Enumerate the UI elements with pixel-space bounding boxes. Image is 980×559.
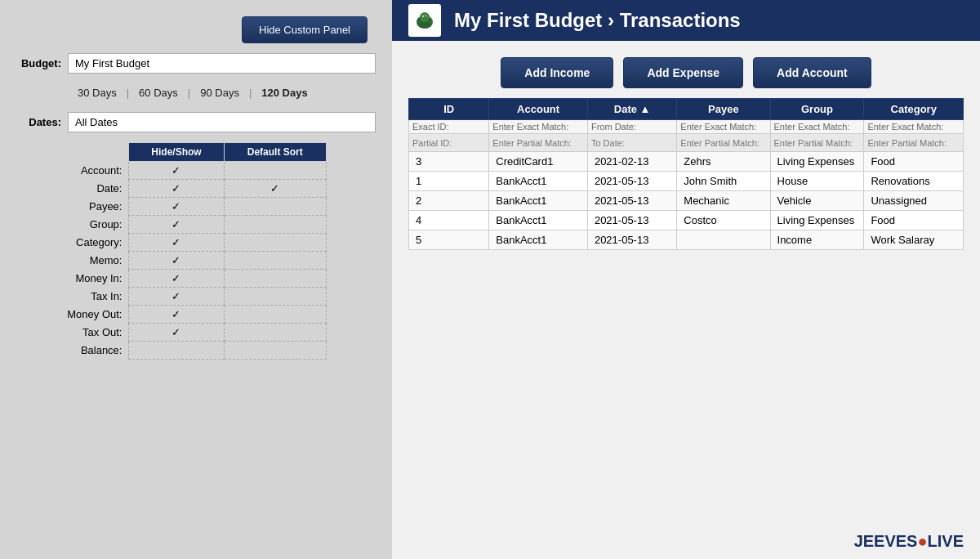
default-sort-check-6[interactable] [224,270,326,288]
col-header-0[interactable]: ID [409,99,489,120]
app-logo [408,4,441,37]
exact-filter-0: Exact ID: [409,120,489,134]
column-label-9: Tax Out: [33,324,129,342]
columns-settings-table: Hide/Show Default Sort Account:✓Date:✓✓P… [33,142,327,360]
120-days-button[interactable]: 120 Days [252,83,317,102]
default-sort-header: Default Sort [224,143,326,162]
add-income-button[interactable]: Add Income [501,57,613,88]
partial-filter-0[interactable] [409,134,489,152]
cell-4-id: 5 [409,230,489,250]
cell-2-payee: Mechanic [677,191,770,211]
transactions-table: IDAccountDate ▲PayeeGroupCategory Exact … [408,98,964,250]
hide-show-header: Hide/Show [129,143,224,162]
partial-filter-5[interactable] [864,134,964,152]
hide-show-check-2[interactable]: ✓ [129,198,224,216]
cell-0-payee: Zehrs [677,152,770,172]
cell-2-category: Unassigned [864,191,964,211]
default-sort-check-5[interactable] [224,252,326,270]
default-sort-check-9[interactable] [224,324,326,342]
days-row: 30 Days | 60 Days | 90 Days | 120 Days [68,83,376,102]
cell-4-date: 2021-05-13 [587,230,676,250]
hide-show-check-1[interactable]: ✓ [129,180,224,198]
cell-3-category: Food [864,211,964,230]
hide-show-check-10[interactable] [129,342,224,360]
column-label-2: Payee: [33,198,129,216]
svg-point-1 [420,12,430,22]
partial-filter-input-2[interactable] [591,138,673,148]
90-days-button[interactable]: 90 Days [190,83,249,102]
partial-filter-1[interactable] [489,134,588,152]
column-label-6: Money In: [33,270,129,288]
cell-3-date: 2021-05-13 [587,211,676,230]
partial-filter-input-0[interactable] [412,138,485,148]
60-days-button[interactable]: 60 Days [129,83,188,102]
hide-show-check-0[interactable]: ✓ [129,162,224,180]
partial-filter-3[interactable] [677,134,770,152]
table-row[interactable]: 1BankAcct12021-05-13John SmithHouseRenov… [409,172,964,191]
hide-show-check-8[interactable]: ✓ [129,306,224,324]
partial-filter-input-3[interactable] [680,138,766,148]
cell-1-group: House [770,172,864,191]
dates-label: Dates: [16,116,61,128]
column-label-5: Memo: [33,252,129,270]
table-row[interactable]: 5BankAcct12021-05-13IncomeWork Salaray [409,230,964,250]
cell-1-id: 1 [409,172,489,191]
exact-filter-1: Enter Exact Match: [489,120,588,134]
exact-filter-5: Enter Exact Match: [864,120,964,134]
hide-show-check-9[interactable]: ✓ [129,324,224,342]
col-header-3[interactable]: Payee [677,99,770,120]
table-row[interactable]: 3CreditCard12021-02-13ZehrsLiving Expens… [409,152,964,172]
dates-input[interactable] [68,112,376,132]
cell-4-category: Work Salaray [864,230,964,250]
default-sort-check-1[interactable]: ✓ [224,180,326,198]
default-sort-check-10[interactable] [224,342,326,360]
default-sort-check-8[interactable] [224,306,326,324]
table-row[interactable]: 2BankAcct12021-05-13MechanicVehicleUnass… [409,191,964,211]
column-label-4: Category: [33,234,129,252]
cell-1-category: Renovations [864,172,964,191]
add-account-button[interactable]: Add Account [753,57,871,88]
exact-filter-3: Enter Exact Match: [677,120,770,134]
cell-1-date: 2021-05-13 [587,172,676,191]
hide-show-check-4[interactable]: ✓ [129,234,224,252]
cell-0-category: Food [864,152,964,172]
column-label-1: Date: [33,180,129,198]
cell-1-payee: John Smith [677,172,770,191]
30-days-button[interactable]: 30 Days [68,83,127,102]
bird-icon [413,9,436,32]
col-header-2[interactable]: Date ▲ [587,99,676,120]
hide-custom-panel-button[interactable]: Hide Custom Panel [242,16,368,43]
budget-input[interactable] [68,53,376,74]
cell-2-date: 2021-05-13 [587,191,676,211]
col-header-1[interactable]: Account [489,99,588,120]
partial-filter-2[interactable] [587,134,676,152]
cell-4-account: BankAcct1 [489,230,588,250]
hide-show-check-7[interactable]: ✓ [129,288,224,306]
partial-filter-4[interactable] [770,134,864,152]
hide-show-check-3[interactable]: ✓ [129,216,224,234]
column-label-7: Tax In: [33,288,129,306]
cell-0-account: CreditCard1 [489,152,588,172]
hide-show-check-5[interactable]: ✓ [129,252,224,270]
hide-show-check-6[interactable]: ✓ [129,270,224,288]
right-panel: My First Budget › Transactions Add Incom… [392,0,980,559]
cell-0-id: 3 [409,152,489,172]
partial-filter-input-1[interactable] [492,138,584,148]
default-sort-check-3[interactable] [224,216,326,234]
partial-filter-input-4[interactable] [774,138,861,148]
branding: JEEVES●LIVE [854,532,964,551]
default-sort-check-4[interactable] [224,234,326,252]
default-sort-check-7[interactable] [224,288,326,306]
default-sort-check-2[interactable] [224,198,326,216]
table-row[interactable]: 4BankAcct12021-05-13CostcoLiving Expense… [409,211,964,230]
col-header-4[interactable]: Group [770,99,864,120]
column-label-8: Money Out: [33,306,129,324]
cell-2-group: Vehicle [770,191,864,211]
partial-filter-input-5[interactable] [867,138,960,148]
default-sort-check-0[interactable] [224,162,326,180]
budget-label: Budget: [16,57,61,69]
col-header-5[interactable]: Category [864,99,964,120]
add-expense-button[interactable]: Add Expense [623,57,743,88]
svg-point-4 [422,16,423,16]
cell-1-account: BankAcct1 [489,172,588,191]
